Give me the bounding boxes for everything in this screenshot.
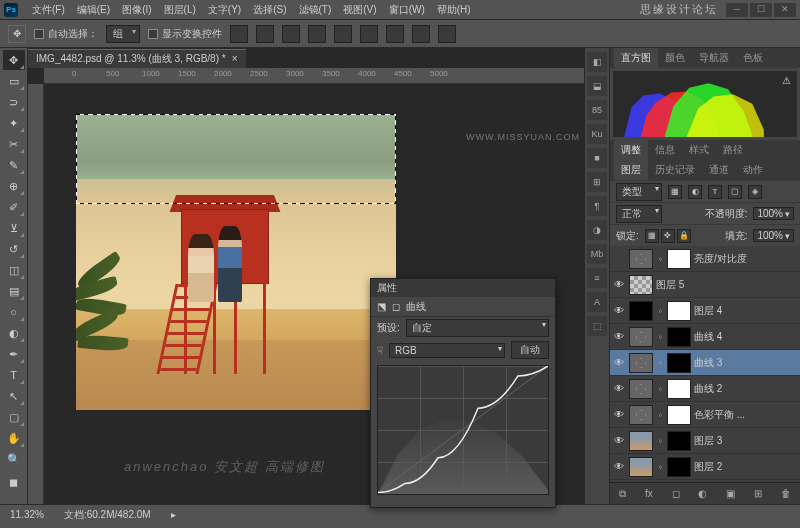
layer-thumbnail[interactable] <box>629 431 653 451</box>
tab-history[interactable]: 历史记录 <box>648 160 702 180</box>
document-tab[interactable]: IMG_4482.psd @ 11.3% (曲线 3, RGB/8) * × <box>28 49 246 68</box>
menu-image[interactable]: 图像(I) <box>116 3 157 17</box>
align-button[interactable] <box>360 25 378 43</box>
menu-filter[interactable]: 滤镜(T) <box>293 3 338 17</box>
lock-pixels-icon[interactable]: ▦ <box>645 229 659 243</box>
layer-thumbnail[interactable] <box>629 249 653 269</box>
tab-swatches[interactable]: 色板 <box>736 48 770 68</box>
ruler-horizontal[interactable]: 0 500 1000 1500 2000 2500 3000 3500 4000… <box>44 68 584 84</box>
panel-icon-button[interactable]: 85 <box>587 100 607 120</box>
layer-name[interactable]: 曲线 2 <box>694 382 798 396</box>
pen-tool[interactable]: ✒ <box>3 344 25 364</box>
layer-row[interactable]: 👁 ⬨ 图层 4 <box>610 298 800 324</box>
move-tool-icon[interactable]: ✥ <box>8 25 26 43</box>
visibility-icon[interactable]: 👁 <box>612 331 626 342</box>
marquee-tool[interactable]: ▭ <box>3 71 25 91</box>
visibility-icon[interactable]: 👁 <box>612 461 626 472</box>
visibility-icon[interactable]: 👁 <box>612 435 626 446</box>
hand-tool[interactable]: ✋ <box>3 428 25 448</box>
menu-layer[interactable]: 图层(L) <box>158 3 202 17</box>
layer-row[interactable]: 👁 ⬨ 曲线 4 <box>610 324 800 350</box>
layer-thumbnail[interactable] <box>629 301 653 321</box>
menu-help[interactable]: 帮助(H) <box>431 3 477 17</box>
panel-icon-button[interactable]: ⬓ <box>587 76 607 96</box>
blur-tool[interactable]: ○ <box>3 302 25 322</box>
tab-navigator[interactable]: 导航器 <box>692 48 736 68</box>
move-tool[interactable]: ✥ <box>3 50 25 70</box>
lock-all-icon[interactable]: 🔒 <box>677 229 691 243</box>
menu-type[interactable]: 文字(Y) <box>202 3 247 17</box>
trash-icon[interactable]: 🗑 <box>781 488 791 499</box>
align-button[interactable] <box>334 25 352 43</box>
fg-bg-color[interactable]: ◼ <box>3 470 25 494</box>
layer-thumbnail[interactable] <box>629 379 653 399</box>
adjustment-layer-icon[interactable]: ◐ <box>698 488 707 499</box>
eyedropper-tool[interactable]: ✎ <box>3 155 25 175</box>
mask-thumbnail[interactable] <box>667 327 691 347</box>
ruler-vertical[interactable] <box>28 84 44 504</box>
panel-icon-button[interactable]: ⬚ <box>587 316 607 336</box>
close-button[interactable]: ✕ <box>774 3 796 17</box>
crop-tool[interactable]: ✂ <box>3 134 25 154</box>
layer-row[interactable]: 👁 ⬨ 色彩平衡 ... <box>610 402 800 428</box>
preset-dropdown[interactable]: 自定 <box>406 319 549 337</box>
layer-thumbnail[interactable] <box>629 353 653 373</box>
lasso-tool[interactable]: ⊃ <box>3 92 25 112</box>
tab-color[interactable]: 颜色 <box>658 48 692 68</box>
tab-layers[interactable]: 图层 <box>614 160 648 180</box>
align-button[interactable] <box>308 25 326 43</box>
visibility-icon[interactable]: 👁 <box>612 409 626 420</box>
tab-info[interactable]: 信息 <box>648 140 682 160</box>
menu-window[interactable]: 窗口(W) <box>383 3 431 17</box>
heal-tool[interactable]: ⊕ <box>3 176 25 196</box>
curves-graph[interactable] <box>377 365 549 495</box>
tab-actions[interactable]: 动作 <box>736 160 770 180</box>
layer-thumbnail[interactable] <box>629 275 653 295</box>
dodge-tool[interactable]: ◐ <box>3 323 25 343</box>
layer-row[interactable]: 👁 ⬨ 图层 2 <box>610 454 800 480</box>
histogram-display[interactable]: ⚠ <box>613 71 797 137</box>
layer-name[interactable]: 图层 3 <box>694 434 798 448</box>
tab-paths[interactable]: 路径 <box>716 140 750 160</box>
visibility-icon[interactable]: 👁 <box>612 383 626 394</box>
curve-line[interactable] <box>378 366 548 493</box>
menu-file[interactable]: 文件(F) <box>26 3 71 17</box>
layer-name[interactable]: 图层 4 <box>694 304 798 318</box>
mask-thumbnail[interactable] <box>667 405 691 425</box>
layer-name[interactable]: 亮度/对比度 <box>694 252 798 266</box>
menu-select[interactable]: 选择(S) <box>247 3 292 17</box>
panel-icon-button[interactable]: ¶ <box>587 196 607 216</box>
panel-icon-button[interactable]: Ku <box>587 124 607 144</box>
auto-button[interactable]: 自动 <box>511 341 549 359</box>
tab-close-icon[interactable]: × <box>232 53 238 64</box>
lock-position-icon[interactable]: ✜ <box>661 229 675 243</box>
mask-thumbnail[interactable] <box>667 431 691 451</box>
align-button[interactable] <box>230 25 248 43</box>
layer-name[interactable]: 曲线 4 <box>694 330 798 344</box>
minimize-button[interactable]: ─ <box>726 3 748 17</box>
link-layers-icon[interactable]: ⧉ <box>619 488 626 500</box>
menu-edit[interactable]: 编辑(E) <box>71 3 116 17</box>
shape-tool[interactable]: ▢ <box>3 407 25 427</box>
layer-name[interactable]: 图层 2 <box>694 460 798 474</box>
distribute-button[interactable] <box>386 25 404 43</box>
filter-icon[interactable]: ◐ <box>688 185 702 199</box>
opacity-input[interactable]: 100%▾ <box>753 207 794 220</box>
visibility-icon[interactable]: 👁 <box>612 305 626 316</box>
layer-name[interactable]: 图层 5 <box>656 278 798 292</box>
auto-select-checkbox[interactable]: 自动选择： <box>34 27 98 41</box>
document-size[interactable]: 文档:60.2M/482.0M <box>64 508 151 522</box>
distribute-button[interactable] <box>438 25 456 43</box>
layer-row[interactable]: 👁 ⬨ 图层 3 <box>610 428 800 454</box>
panel-icon-button[interactable]: Mb <box>587 244 607 264</box>
type-tool[interactable]: T <box>3 365 25 385</box>
properties-header[interactable]: 属性 <box>371 279 555 297</box>
distribute-button[interactable] <box>412 25 430 43</box>
filter-icon[interactable]: T <box>708 185 722 199</box>
eraser-tool[interactable]: ◫ <box>3 260 25 280</box>
blend-mode-dropdown[interactable]: 正常 <box>616 205 662 223</box>
panel-icon-button[interactable]: ◑ <box>587 220 607 240</box>
gradient-tool[interactable]: ▤ <box>3 281 25 301</box>
mask-thumbnail[interactable] <box>667 353 691 373</box>
new-layer-icon[interactable]: ⊞ <box>754 488 762 499</box>
